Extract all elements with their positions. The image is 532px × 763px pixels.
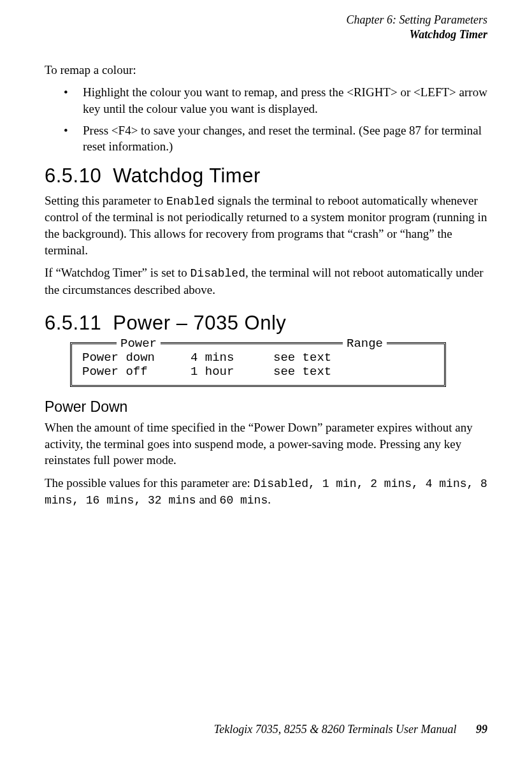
panel-cell: 4 mins xyxy=(191,351,273,365)
text-fragment: . xyxy=(268,493,271,506)
bullet-text: Highlight the colour you want to remap, … xyxy=(83,84,487,117)
bullet-text: Press <F4> to save your changes, and res… xyxy=(83,122,487,155)
bullet-item: • Press <F4> to save your changes, and r… xyxy=(64,122,487,155)
chapter-label: Chapter 6: Setting Parameters xyxy=(45,13,487,27)
panel-cell: see text xyxy=(273,365,434,379)
code-text: Disabled xyxy=(191,267,245,280)
panel-cell: 1 hour xyxy=(191,365,273,379)
panel-row: Power down 4 mins see text xyxy=(82,351,434,365)
page-header: Chapter 6: Setting Parameters Watchdog T… xyxy=(45,13,487,43)
section-title: Power – 7035 Only xyxy=(113,312,286,334)
panel-cell: Power down xyxy=(82,351,191,365)
power-down-para-1: When the amount of time specified in the… xyxy=(45,419,487,469)
power-down-para-2: The possible values for this parameter a… xyxy=(45,475,487,509)
intro-text: To remap a colour: xyxy=(45,62,487,78)
text-fragment: and xyxy=(196,493,220,506)
section-number: 6.5.11 xyxy=(45,312,101,334)
panel-cell: Power off xyxy=(82,365,191,379)
panel-row: Power off 1 hour see text xyxy=(82,365,434,379)
section-title: Watchdog Timer xyxy=(113,164,261,187)
code-text: Enabled xyxy=(166,195,215,208)
footer-text: Teklogix 7035, 8255 & 8260 Terminals Use… xyxy=(214,723,457,736)
bullet-marker: • xyxy=(64,84,83,117)
page-number: 99 xyxy=(476,723,487,736)
watchdog-para-2: If “Watchdog Timer” is set to Disabled, … xyxy=(45,265,487,298)
panel-legend-range: Range xyxy=(343,337,387,351)
watchdog-para-1: Setting this parameter to Enabled signal… xyxy=(45,193,487,258)
section-number: 6.5.10 xyxy=(45,164,101,187)
section-heading-power: 6.5.11Power – 7035 Only xyxy=(45,312,487,335)
section-heading-watchdog: 6.5.10Watchdog Timer xyxy=(45,164,487,187)
page-footer: Teklogix 7035, 8255 & 8260 Terminals Use… xyxy=(214,723,487,736)
panel-cell: see text xyxy=(273,351,434,365)
power-panel: Power Range Power down 4 mins see text P… xyxy=(70,342,446,387)
bullet-list: • Highlight the colour you want to remap… xyxy=(64,84,487,155)
bullet-item: • Highlight the colour you want to remap… xyxy=(64,84,487,117)
text-fragment: The possible values for this parameter a… xyxy=(45,476,254,490)
panel-legend-power: Power xyxy=(117,337,161,351)
code-text: 60 mins xyxy=(220,494,268,507)
bullet-marker: • xyxy=(64,122,83,155)
text-fragment: If “Watchdog Timer” is set to xyxy=(45,266,191,279)
section-label: Watchdog Timer xyxy=(45,27,487,42)
power-panel-wrapper: Power Range Power down 4 mins see text P… xyxy=(70,342,446,387)
text-fragment: Setting this parameter to xyxy=(45,194,166,207)
sub-heading-power-down: Power Down xyxy=(45,398,487,416)
